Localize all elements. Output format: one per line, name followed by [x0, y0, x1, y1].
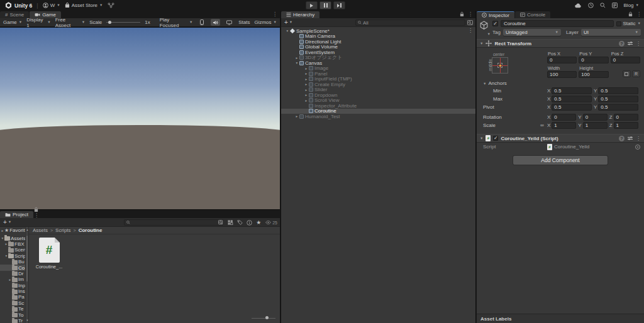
project-content-area[interactable]: # Coroutine_...: [29, 234, 280, 323]
hierarchy-row[interactable]: ▸InputField (TMP): [281, 77, 475, 82]
search-in-assets-icon[interactable]: [218, 220, 224, 225]
foldout-icon[interactable]: ▸: [304, 82, 309, 86]
search-by-type-icon[interactable]: [228, 220, 233, 225]
tab-inspector[interactable]: Inspector: [477, 11, 514, 18]
static-dropdown-icon[interactable]: ▼: [638, 22, 641, 26]
stats-toggle[interactable]: Stats: [238, 19, 250, 25]
scale-x-field[interactable]: 1: [552, 122, 576, 129]
rotation-x-field[interactable]: 0: [552, 114, 576, 121]
project-tree-row[interactable]: Ins: [0, 288, 28, 294]
project-tree-row[interactable]: ▸★Favorit: [0, 227, 28, 233]
device-simulator-button[interactable]: [197, 19, 207, 26]
project-search-input[interactable]: [124, 219, 223, 226]
foldout-icon[interactable]: ▸: [294, 56, 299, 60]
foldout-icon[interactable]: ▸: [304, 72, 309, 75]
foldout-icon[interactable]: ▾: [294, 61, 299, 65]
foldout-icon[interactable]: ▸: [294, 114, 299, 118]
project-tree-row[interactable]: Scen: [0, 247, 28, 253]
scale-slider-thumb[interactable]: [108, 21, 111, 24]
version-control-icon[interactable]: [108, 3, 114, 8]
tab-console[interactable]: Console: [515, 11, 550, 18]
play-button[interactable]: [306, 1, 318, 9]
asset-store-menu[interactable]: Asset Store ▼: [65, 3, 103, 8]
hierarchy-row[interactable]: Directional Light: [281, 39, 475, 45]
pos-x-field[interactable]: 0: [547, 57, 577, 63]
hierarchy-row[interactable]: ▾SampleScene*⋮: [281, 28, 475, 34]
rotation-y-field[interactable]: 0: [583, 114, 608, 121]
presets-icon[interactable]: [628, 136, 633, 141]
foldout-icon[interactable]: ▸: [304, 88, 309, 92]
foldout-icon[interactable]: ▼: [480, 41, 483, 45]
hierarchy-row[interactable]: ▸3Dオブジェクト: [281, 55, 475, 61]
breadcrumb-coroutine[interactable]: Coroutine: [79, 227, 103, 233]
anchor-preset-widget[interactable]: center middle: [483, 52, 518, 74]
foldout-icon[interactable]: ▸: [304, 99, 309, 102]
step-button[interactable]: [333, 1, 345, 9]
rotation-z-field[interactable]: 0: [614, 114, 638, 121]
play-focus-dropdown[interactable]: Play Focused ▼: [160, 17, 193, 28]
breadcrumb-scripts[interactable]: Scripts: [55, 227, 70, 233]
panel-menu-icon[interactable]: ⋮: [636, 11, 641, 17]
pos-z-field[interactable]: 0: [611, 57, 640, 63]
project-tree-row[interactable]: ▸FBX: [0, 241, 28, 247]
info-icon[interactable]: [247, 220, 252, 226]
foldout-icon[interactable]: ▸: [304, 77, 309, 81]
hidden-count-toggle[interactable]: 25: [265, 221, 277, 225]
search-icon[interactable]: [600, 3, 606, 8]
anchor-preset-icon[interactable]: [492, 57, 508, 74]
scale-z-field[interactable]: 1: [614, 122, 638, 129]
project-tree-row[interactable]: Co: [0, 265, 28, 270]
hierarchy-row[interactable]: ▸Scroll View: [281, 98, 475, 104]
account-menu[interactable]: W ▼: [43, 3, 60, 8]
scroll-up-icon[interactable]: ▲: [26, 228, 29, 231]
foldout-icon[interactable]: ▾: [285, 29, 290, 33]
row-options-icon[interactable]: ⋮: [468, 28, 473, 33]
gameobject-name-field[interactable]: Coroutine: [501, 20, 614, 27]
hierarchy-row[interactable]: Coroutine: [281, 109, 475, 114]
thumbnail-size-slider[interactable]: [252, 315, 275, 320]
project-tree-row[interactable]: Dr: [0, 271, 28, 276]
component-menu-icon[interactable]: ⋮: [636, 41, 641, 47]
add-component-button[interactable]: Add Component: [513, 156, 608, 165]
favorite-search-icon[interactable]: ★: [256, 220, 261, 226]
project-tree-row[interactable]: Tr: [0, 318, 28, 323]
tab-scene[interactable]: # Scene: [0, 11, 29, 18]
pivot-y-field[interactable]: 0.5: [598, 104, 638, 111]
asset-item-coroutine-script[interactable]: # Coroutine_...: [35, 238, 64, 270]
history-icon[interactable]: [588, 3, 594, 8]
tabwell-menu-icon[interactable]: ⋮: [272, 11, 277, 17]
lock-icon[interactable]: [460, 11, 464, 17]
foldout-icon[interactable]: ▸: [304, 93, 309, 97]
gizmos-dropdown[interactable]: Gizmos ▼: [254, 19, 277, 25]
vsync-button[interactable]: [225, 19, 234, 26]
hierarchy-row[interactable]: ▸Dropdown: [281, 92, 475, 98]
height-field[interactable]: 100: [579, 71, 608, 78]
hierarchy-search-input[interactable]: All: [355, 19, 465, 26]
game-viewport[interactable]: [0, 27, 280, 209]
raw-edit-mode-button[interactable]: R: [632, 70, 640, 77]
project-tree-row[interactable]: Te: [0, 306, 28, 312]
asset-labels-bar[interactable]: Asset Labels: [477, 314, 644, 323]
anchor-max-y-field[interactable]: 0.5: [598, 96, 638, 102]
script-object-field[interactable]: # Coroutine_Yeild: [547, 144, 640, 150]
hierarchy-row[interactable]: Main Camera: [281, 34, 475, 40]
component-menu-icon[interactable]: ⋮: [636, 136, 641, 141]
panel-menu-icon[interactable]: ⋮: [34, 212, 39, 218]
tag-dropdown[interactable]: Untagged ▼: [503, 29, 561, 36]
component-enabled-checkbox[interactable]: ✓: [493, 136, 498, 141]
project-tree-row[interactable]: ▾Assets: [0, 235, 28, 241]
help-icon[interactable]: ?: [619, 41, 625, 47]
blog-menu[interactable]: Blog ▼: [624, 3, 639, 8]
news-icon[interactable]: [612, 3, 618, 8]
foldout-icon[interactable]: ▼: [480, 136, 483, 140]
thumbnail-size-thumb[interactable]: [265, 316, 269, 319]
hierarchy-row[interactable]: ▸Humanoid_Test: [281, 114, 475, 119]
help-icon[interactable]: ?: [619, 136, 625, 141]
project-tree-row[interactable]: Inp: [0, 283, 28, 288]
project-tree-row[interactable]: ▸Im: [0, 276, 28, 282]
pos-y-field[interactable]: 0: [579, 57, 608, 63]
lock-icon[interactable]: [34, 207, 38, 212]
script-component-header[interactable]: ▼ # ✓ Coroutine_Yeild (Script) ? ⋮: [477, 134, 644, 143]
anchor-min-y-field[interactable]: 0.5: [598, 87, 638, 94]
search-by-label-icon[interactable]: [237, 220, 243, 225]
